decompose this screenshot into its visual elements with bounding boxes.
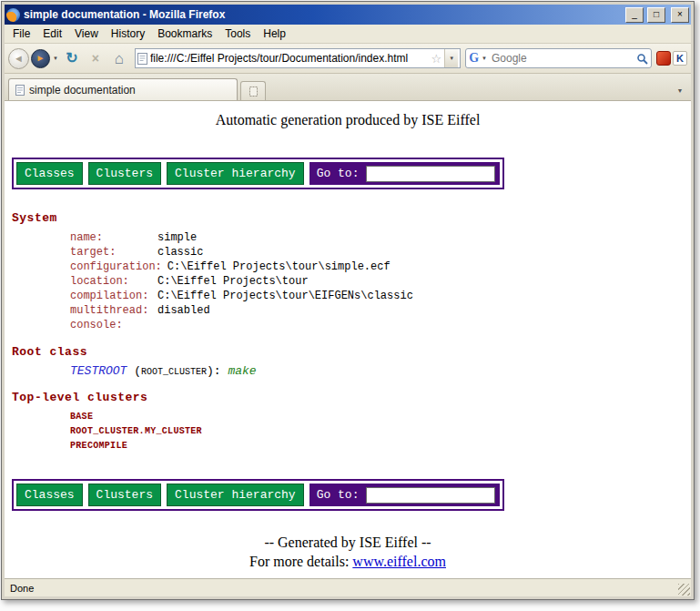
- google-logo-icon[interactable]: G: [469, 52, 479, 65]
- menu-bar: File Edit View History Bookmarks Tools H…: [5, 25, 691, 44]
- search-magnifier-icon[interactable]: [636, 53, 648, 65]
- resize-grip[interactable]: [678, 584, 690, 596]
- root-cluster-name: ROOT_CLUSTER: [141, 367, 207, 377]
- cluster-item-base[interactable]: BASE: [70, 410, 691, 424]
- status-text: Done: [10, 583, 34, 594]
- search-engine-dropdown-icon[interactable]: ▼: [482, 56, 487, 61]
- navigation-toolbar: ◄ ► ▼ ↻ × ⌂ ☆ ▼ G ▼ K: [5, 44, 691, 74]
- system-row: target:classic: [70, 245, 691, 260]
- url-input[interactable]: [150, 50, 429, 66]
- clusters-list: BASE ROOT_CLUSTER.MY_CLUSTER PRECOMPILE: [70, 410, 691, 453]
- menu-file[interactable]: File: [6, 25, 36, 42]
- search-box: G ▼: [465, 48, 652, 68]
- menu-help[interactable]: Help: [257, 25, 292, 42]
- page-header: Automatic generation produced by ISE Eif…: [5, 112, 691, 128]
- system-row-value: C:\Eiffel Projects\tour\EIFGENs\classic: [157, 290, 413, 302]
- stop-button[interactable]: ×: [85, 48, 107, 69]
- goto-input[interactable]: [366, 166, 495, 182]
- title-bar[interactable]: simple documentation - Mozilla Firefox _…: [5, 5, 691, 25]
- tab-simple-documentation[interactable]: simple documentation: [8, 78, 238, 100]
- menu-history[interactable]: History: [105, 25, 151, 42]
- details-line: For more details: www.eiffel.com: [5, 554, 691, 570]
- system-rows: name:simple target:classic configuration…: [70, 230, 691, 332]
- system-heading: System: [12, 211, 691, 225]
- system-row-value: C:\Eiffel Projects\tour\simple.ecf: [167, 260, 391, 273]
- goto-label: Go to:: [317, 167, 360, 180]
- top-level-clusters-heading: Top-level clusters: [12, 391, 691, 404]
- window-title: simple documentation - Mozilla Firefox: [24, 8, 622, 21]
- system-row: configuration:C:\Eiffel Projects\tour\si…: [70, 260, 691, 274]
- browser-window: simple documentation - Mozilla Firefox _…: [1, 1, 695, 600]
- root-class-link[interactable]: TESTROOT: [70, 364, 127, 378]
- clusters-button[interactable]: Clusters: [88, 162, 161, 185]
- doc-navbar: ClassesClustersCluster hierarchyGo to:: [12, 158, 504, 189]
- back-button[interactable]: ◄: [8, 48, 29, 69]
- cluster-item-root-cluster-my-cluster[interactable]: ROOT_CLUSTER.MY_CLUSTER: [70, 424, 691, 439]
- home-button[interactable]: ⌂: [108, 48, 130, 69]
- cluster-item-precompile[interactable]: PRECOMPILE: [70, 439, 691, 453]
- close-button[interactable]: ×: [671, 7, 689, 23]
- new-tab-stub[interactable]: [240, 81, 266, 100]
- url-dropdown-button[interactable]: ▼: [444, 49, 458, 67]
- system-row: console:: [70, 318, 691, 332]
- root-class-heading: Root class: [12, 345, 691, 359]
- system-row-label: name:: [70, 230, 157, 245]
- search-input[interactable]: [490, 51, 634, 66]
- generated-by-line: -- Generated by ISE Eiffel --: [5, 535, 691, 551]
- page-footer: -- Generated by ISE Eiffel -- For more d…: [5, 535, 691, 570]
- system-row-value: simple: [157, 231, 197, 244]
- goto-label: Go to:: [317, 488, 360, 502]
- forward-button[interactable]: ►: [31, 49, 50, 68]
- goto-section: Go to:: [309, 484, 501, 506]
- doc-navbar-bottom: ClassesClustersCluster hierarchyGo to:: [12, 479, 691, 511]
- paren-close: ):: [207, 364, 228, 378]
- reload-button[interactable]: ↻: [61, 48, 83, 69]
- firefox-icon: [6, 8, 20, 22]
- tab-page-icon: [15, 85, 25, 96]
- system-row-label: console:: [70, 318, 157, 332]
- system-row-label: location:: [70, 274, 157, 289]
- classes-button[interactable]: Classes: [16, 162, 83, 185]
- eiffel-com-link[interactable]: www.eiffel.com: [352, 554, 446, 569]
- extension-icon-red[interactable]: [656, 51, 671, 66]
- cluster-hierarchy-button[interactable]: Cluster hierarchy: [167, 162, 304, 185]
- menu-tools[interactable]: Tools: [218, 25, 257, 42]
- menu-edit[interactable]: Edit: [36, 25, 68, 42]
- details-prefix: For more details:: [249, 554, 352, 569]
- clusters-button[interactable]: Clusters: [88, 484, 161, 506]
- system-row: name:simple: [70, 230, 691, 245]
- system-row-value: disabled: [157, 304, 210, 317]
- system-row-value: classic: [157, 246, 203, 259]
- system-row: location:C:\Eiffel Projects\tour: [70, 274, 691, 289]
- system-row-label: configuration:: [70, 260, 167, 274]
- history-dropdown-icon[interactable]: ▼: [53, 56, 58, 61]
- url-bar: ☆ ▼: [135, 48, 461, 68]
- page-favicon[interactable]: [137, 53, 147, 65]
- root-class-line: TESTROOT (ROOT_CLUSTER): make: [70, 364, 691, 380]
- doc-navbar-top: ClassesClustersCluster hierarchyGo to:: [12, 158, 691, 189]
- goto-section: Go to:: [309, 162, 501, 185]
- maximize-button[interactable]: □: [647, 7, 665, 23]
- bookmark-star-icon[interactable]: ☆: [431, 53, 442, 65]
- list-all-tabs-button[interactable]: ▼: [673, 80, 687, 100]
- minimize-button[interactable]: _: [625, 7, 644, 23]
- system-row-value: C:\Eiffel Projects\tour: [157, 275, 309, 288]
- system-row-label: compilation:: [70, 289, 157, 303]
- doc-navbar: ClassesClustersCluster hierarchyGo to:: [12, 479, 504, 511]
- extension-icon-k[interactable]: K: [673, 51, 687, 66]
- goto-input[interactable]: [366, 487, 495, 504]
- classes-button[interactable]: Classes: [16, 484, 83, 506]
- page-content: Automatic generation produced by ISE Eif…: [5, 101, 691, 578]
- system-row-label: multithread:: [70, 303, 157, 318]
- paren-open: (: [127, 364, 141, 378]
- tab-label: simple documentation: [29, 84, 136, 97]
- system-row: compilation:C:\Eiffel Projects\tour\EIFG…: [70, 289, 691, 303]
- system-row-label: target:: [70, 245, 157, 260]
- cluster-hierarchy-button[interactable]: Cluster hierarchy: [167, 484, 304, 506]
- status-bar: Done: [5, 578, 691, 596]
- menu-bookmarks[interactable]: Bookmarks: [151, 25, 218, 42]
- menu-view[interactable]: View: [68, 25, 105, 42]
- tab-bar: simple documentation ▼: [5, 74, 691, 101]
- creator-link[interactable]: make: [228, 364, 256, 378]
- system-row: multithread:disabled: [70, 303, 691, 318]
